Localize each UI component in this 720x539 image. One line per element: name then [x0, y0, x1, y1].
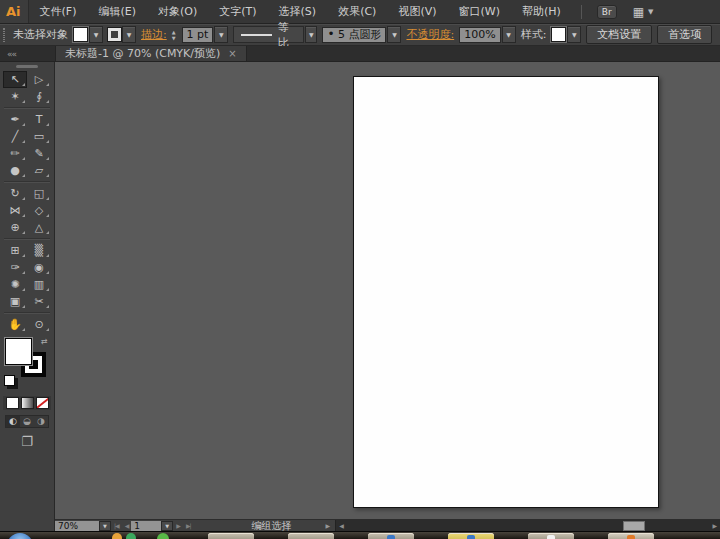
- selection-tool[interactable]: ↖: [3, 71, 27, 88]
- menu-select[interactable]: 选择(S): [268, 0, 328, 23]
- blend-tool[interactable]: ◉: [27, 259, 51, 276]
- style-dropdown-icon[interactable]: ▼: [567, 26, 581, 43]
- artboard-tool[interactable]: ▣: [3, 293, 27, 310]
- stroke-panel-link[interactable]: 描边:: [141, 27, 167, 42]
- document-tab[interactable]: 未标题-1 @ 70% (CMYK/预览) ×: [55, 46, 247, 61]
- gradient-button[interactable]: [21, 397, 34, 409]
- menu-effect[interactable]: 效果(C): [327, 0, 387, 23]
- toolbar-collapse-icon[interactable]: ««: [0, 46, 55, 61]
- previous-artboard-icon[interactable]: ◀: [122, 522, 132, 529]
- zoom-dropdown-icon[interactable]: ▼: [99, 521, 111, 531]
- document-setup-button[interactable]: 文档设置: [586, 25, 652, 44]
- close-icon[interactable]: ×: [228, 48, 236, 59]
- last-artboard-icon[interactable]: ▶|: [183, 522, 194, 529]
- mesh-tool[interactable]: ⊞: [3, 242, 27, 259]
- artboard[interactable]: [353, 76, 659, 508]
- opacity-dropdown-icon[interactable]: ▼: [502, 26, 516, 43]
- line-segment-tool[interactable]: ╱: [3, 128, 27, 145]
- menu-object[interactable]: 对象(O): [147, 0, 208, 23]
- width-profile-select[interactable]: 等比: [233, 26, 304, 43]
- taskbar-app-button[interactable]: [208, 533, 254, 539]
- menu-file[interactable]: 文件(F): [29, 0, 88, 23]
- pencil-tool[interactable]: ✎: [27, 145, 51, 162]
- eraser-tool[interactable]: ▱: [27, 162, 51, 179]
- color-button[interactable]: [6, 397, 19, 409]
- horizontal-scrollbar[interactable]: ◀ ▶: [335, 520, 720, 531]
- rotate-tool[interactable]: ↻: [3, 185, 27, 202]
- direct-selection-tool[interactable]: ▷: [27, 71, 51, 88]
- rectangle-tool[interactable]: ▭: [27, 128, 51, 145]
- menu-window[interactable]: 窗口(W): [448, 0, 511, 23]
- menu-edit[interactable]: 编辑(E): [87, 0, 147, 23]
- toolbar-divider: [4, 312, 50, 314]
- stroke-color-swatch[interactable]: [108, 28, 121, 41]
- lasso-tool[interactable]: ∮: [27, 88, 51, 105]
- column-graph-tool[interactable]: ▥: [27, 276, 51, 293]
- brush-select[interactable]: • 5 点圆形: [322, 27, 386, 43]
- scrollbar-thumb[interactable]: [623, 521, 645, 531]
- fill-color-swatch[interactable]: [73, 27, 88, 42]
- type-tool[interactable]: T: [27, 111, 51, 128]
- canvas-area[interactable]: [55, 62, 720, 519]
- taskbar-app-button[interactable]: [608, 533, 654, 539]
- brush-dropdown-icon[interactable]: ▼: [387, 26, 401, 43]
- taskbar-icon[interactable]: [112, 533, 122, 539]
- first-artboard-icon[interactable]: |◀: [111, 522, 122, 529]
- stroke-width-dropdown-icon[interactable]: ▼: [214, 26, 228, 43]
- swap-fill-stroke-icon[interactable]: ⇄: [41, 337, 48, 346]
- artboard-dropdown-icon[interactable]: ▼: [161, 521, 173, 531]
- style-swatch[interactable]: [551, 27, 566, 42]
- shape-builder-tool[interactable]: ⊕: [3, 219, 27, 236]
- hand-tool[interactable]: ✋: [3, 316, 27, 333]
- perspective-grid-tool[interactable]: △: [27, 219, 51, 236]
- stroke-preview-line: [241, 34, 271, 36]
- zoom-tool[interactable]: ⊙: [27, 316, 51, 333]
- menu-help[interactable]: 帮助(H): [511, 0, 572, 23]
- screen-mode-icon[interactable]: ❐: [0, 435, 54, 449]
- scroll-right-icon[interactable]: ▶: [712, 520, 717, 531]
- menu-type[interactable]: 文字(T): [208, 0, 267, 23]
- draw-normal-icon[interactable]: ◐: [6, 416, 20, 427]
- width-tool[interactable]: ⋈: [3, 202, 27, 219]
- eyedropper-tool[interactable]: ✑: [3, 259, 27, 276]
- free-transform-tool[interactable]: ◇: [27, 202, 51, 219]
- scale-tool[interactable]: ◱: [27, 185, 51, 202]
- opacity-field[interactable]: 100%: [459, 27, 500, 43]
- fill-indicator[interactable]: [5, 338, 32, 365]
- stepper-down-icon[interactable]: ▼: [172, 35, 176, 41]
- magic-wand-tool[interactable]: ✶: [3, 88, 27, 105]
- default-fill-stroke-icon[interactable]: [4, 375, 15, 386]
- gradient-tool[interactable]: ▒: [27, 242, 51, 259]
- none-button[interactable]: [36, 397, 49, 409]
- symbol-sprayer-tool[interactable]: ✺: [3, 276, 27, 293]
- opacity-panel-link[interactable]: 不透明度:: [406, 27, 454, 42]
- artboard-number-field[interactable]: 1: [131, 521, 161, 531]
- taskbar-app-button[interactable]: [288, 533, 334, 539]
- draw-behind-icon[interactable]: ◒: [20, 416, 34, 427]
- status-flyout-icon[interactable]: ▶: [326, 522, 331, 529]
- draw-inside-icon[interactable]: ◑: [34, 416, 48, 427]
- scroll-left-icon[interactable]: ◀: [339, 520, 344, 531]
- bridge-button[interactable]: Br: [597, 5, 617, 19]
- fill-dropdown-icon[interactable]: ▼: [89, 26, 103, 43]
- profile-dropdown-icon[interactable]: ▼: [305, 26, 317, 43]
- taskbar-icon[interactable]: [126, 533, 136, 539]
- taskbar-app-button[interactable]: [368, 533, 414, 539]
- taskbar-app-button[interactable]: [448, 533, 494, 539]
- start-button-orb[interactable]: [7, 533, 33, 539]
- stroke-width-field[interactable]: 1 pt: [182, 27, 214, 43]
- workspace-switcher[interactable]: ▦ ▼: [633, 6, 654, 18]
- zoom-level-field[interactable]: 70%: [55, 521, 99, 531]
- taskbar-icon[interactable]: [157, 533, 169, 539]
- panel-drag-handle[interactable]: [16, 65, 38, 68]
- preferences-button[interactable]: 首选项: [657, 25, 712, 44]
- menu-view[interactable]: 视图(V): [387, 0, 447, 23]
- slice-tool[interactable]: ✂: [27, 293, 51, 310]
- pen-tool[interactable]: ✒: [3, 111, 27, 128]
- taskbar-app-button[interactable]: [528, 533, 574, 539]
- paintbrush-tool[interactable]: ✏: [3, 145, 27, 162]
- blob-brush-tool[interactable]: ●: [3, 162, 27, 179]
- next-artboard-icon[interactable]: ▶: [173, 522, 183, 529]
- stroke-dropdown-icon[interactable]: ▼: [122, 26, 136, 43]
- stroke-width-stepper[interactable]: ▲ ▼: [172, 29, 176, 41]
